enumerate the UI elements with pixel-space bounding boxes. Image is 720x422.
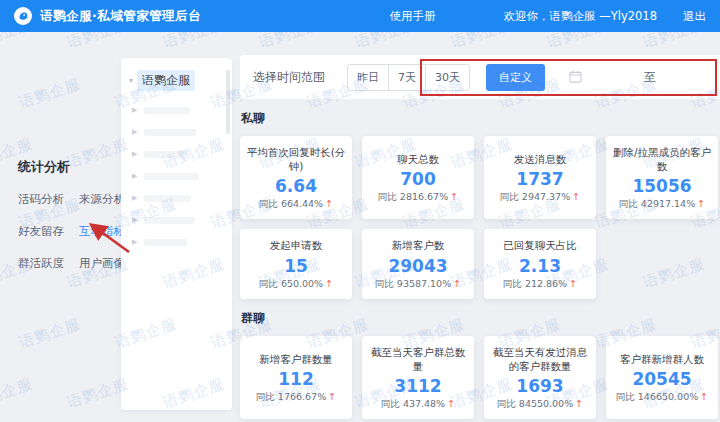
stat-card-yoy-text: 同比 42917.14%: [619, 198, 695, 209]
time-preset-button[interactable]: 昨日: [347, 64, 389, 91]
time-preset-button[interactable]: 7天: [388, 64, 426, 91]
stat-card: 新增客户群数量112同比 1766.67%↑: [240, 336, 352, 419]
stat-card-title: 聊天总数: [397, 152, 439, 166]
stat-card: 已回复聊天占比2.13同比 212.86%↑: [484, 229, 596, 298]
sidebar-item[interactable]: 好友留存: [18, 224, 64, 239]
trend-up-icon: ↑: [569, 278, 577, 289]
stat-card-value: 700: [400, 169, 436, 189]
trend-up-icon: ↑: [572, 191, 580, 202]
manual-link[interactable]: 使用手册: [390, 9, 436, 24]
stat-card-value: 112: [278, 369, 314, 389]
tree-node-label-redacted: [144, 107, 190, 114]
tree-node[interactable]: ▶: [121, 99, 232, 121]
welcome-text: 欢迎你，语鹦企服 —Yly2018: [504, 9, 657, 24]
tree-root-label: 语鹦企服: [137, 70, 195, 91]
section-title: 私聊: [241, 110, 720, 127]
stats-sections: 私聊平均首次回复时长(分钟)6.64同比 664.44%↑聊天总数700同比 2…: [240, 99, 720, 422]
tree-node[interactable]: ▶: [121, 209, 232, 231]
stat-card-yoy: 同比 84550.00%↑: [497, 398, 583, 411]
watermark-text: 语鹦企服: [353, 32, 420, 52]
stat-card-yoy-text: 同比 212.86%: [503, 278, 567, 289]
tree-node[interactable]: ▶: [121, 121, 232, 143]
stat-card-title: 新增客户群数量: [259, 352, 333, 366]
tree-node-label-redacted: [144, 173, 199, 180]
org-tree-panel: ▾ 语鹦企服 ▶▶▶▶▶▶▶: [121, 58, 232, 410]
watermark-text: 语鹦企服: [449, 32, 516, 52]
trend-up-icon: ↑: [453, 278, 461, 289]
parrot-logo-icon: [14, 7, 32, 25]
stat-card-yoy: 同比 1766.67%↑: [256, 391, 336, 404]
expand-arrow-icon: ▶: [132, 194, 137, 202]
expand-arrow-icon: ▶: [132, 106, 137, 114]
stats-menu-grid: 活码分析来源分析好友留存互动指标群活跃度用户画像: [18, 192, 118, 271]
logout-link[interactable]: 退出: [683, 9, 706, 24]
stat-card-value: 3112: [394, 376, 441, 396]
stat-card-value: 20545: [632, 369, 691, 389]
stat-card: 截至当天客户群总数量3112同比 437.48%↑: [362, 336, 474, 419]
stat-card: 客户群新增群人数20545同比 146650.00%↑: [606, 336, 718, 419]
tree-rows: ▶▶▶▶▶▶▶: [121, 99, 232, 253]
sidebar-item[interactable]: 来源分析: [79, 192, 125, 207]
watermark-text: 语鹦企服: [161, 32, 228, 52]
stat-card-yoy: 同比 650.00%↑: [259, 278, 333, 291]
stats-menu-heading: 统计分析: [18, 158, 118, 176]
custom-range-button[interactable]: 自定义: [486, 64, 545, 91]
stat-card: 聊天总数700同比 2816.67%↑: [362, 136, 474, 219]
time-range-toolbar: 选择时间范围 昨日7天30天 自定义 至: [240, 55, 720, 99]
watermark-text: 语鹦企服: [17, 75, 84, 113]
tree-node[interactable]: ▶: [121, 165, 232, 187]
expand-arrow-icon: ▶: [132, 128, 137, 136]
stat-card-yoy-text: 同比 84550.00%: [497, 398, 573, 409]
tree-node[interactable]: ▶: [121, 231, 232, 253]
stat-card-grid: 新增客户群数量112同比 1766.67%↑截至当天客户群总数量3112同比 4…: [240, 336, 720, 422]
stat-card-yoy-text: 同比 437.48%: [381, 398, 445, 409]
stat-card-yoy-text: 同比 2816.67%: [378, 191, 448, 202]
time-range-label: 选择时间范围: [253, 69, 325, 86]
watermark-text: 语鹦企服: [545, 32, 612, 52]
stat-card-title: 删除/拉黑成员的客户数: [611, 145, 713, 173]
stat-card-title: 新增客户数: [392, 238, 445, 252]
stat-card: 截至当天有发过消息的客户群数量1693同比 84550.00%↑: [484, 336, 596, 419]
watermark-text: 语鹦企服: [0, 32, 35, 52]
watermark-text: 语鹦企服: [0, 375, 35, 413]
trend-up-icon: ↑: [447, 398, 455, 409]
stat-card-yoy-text: 同比 93587.10%: [375, 278, 451, 289]
sidebar-item[interactable]: 群活跃度: [18, 256, 64, 271]
stat-card-value: 15: [284, 256, 308, 276]
stat-card-value: 2.13: [519, 256, 561, 276]
tree-node-label-redacted: [144, 239, 187, 246]
tree-node[interactable]: ▶: [121, 143, 232, 165]
time-preset-button[interactable]: 30天: [425, 64, 470, 91]
stat-card-title: 截至当天客户群总数量: [367, 345, 469, 373]
tree-node-label-redacted: [144, 195, 191, 202]
sidebar-item[interactable]: 活码分析: [18, 192, 64, 207]
time-preset-group: 昨日7天30天: [347, 64, 470, 91]
app-header: 语鹦企服·私域管家管理后台 使用手册 欢迎你，语鹦企服 —Yly2018 退出: [0, 0, 720, 32]
stat-card: 新增客户数29043同比 93587.10%↑: [362, 229, 474, 298]
tree-root-node[interactable]: ▾ 语鹦企服: [129, 70, 226, 91]
stat-card-value: 29043: [388, 256, 447, 276]
stats-menu: 统计分析 活码分析来源分析好友留存互动指标群活跃度用户画像: [18, 158, 118, 271]
trend-up-icon: ↑: [575, 398, 583, 409]
watermark-text: 语鹦企服: [65, 32, 132, 52]
stat-card-grid: 平均首次回复时长(分钟)6.64同比 664.44%↑聊天总数700同比 281…: [240, 136, 720, 299]
stat-card-yoy-text: 同比 650.00%: [259, 278, 323, 289]
trend-up-icon: ↑: [697, 198, 705, 209]
stat-card: 发送消息数1737同比 2947.37%↑: [484, 136, 596, 219]
date-range-input[interactable]: 至: [569, 62, 720, 92]
stat-card-yoy-text: 同比 2947.37%: [500, 191, 570, 202]
trend-up-icon: ↑: [325, 278, 333, 289]
sidebar-item[interactable]: 互动指标: [79, 224, 125, 239]
watermark-text: 语鹦企服: [257, 32, 324, 52]
tree-node[interactable]: ▶: [121, 187, 232, 209]
date-range-separator: 至: [644, 69, 656, 86]
sidebar-item[interactable]: 用户画像: [79, 256, 125, 271]
stat-card-yoy: 同比 212.86%↑: [503, 278, 577, 291]
tree-node-label-redacted: [144, 151, 184, 158]
watermark-text: 语鹦企服: [641, 32, 708, 52]
trend-up-icon: ↑: [328, 391, 336, 402]
expand-arrow-icon: ▶: [132, 238, 137, 246]
expand-arrow-icon: ▶: [132, 150, 137, 158]
stat-card: 发起申请数15同比 650.00%↑: [240, 229, 352, 298]
tree-scrollbar[interactable]: [226, 70, 230, 134]
